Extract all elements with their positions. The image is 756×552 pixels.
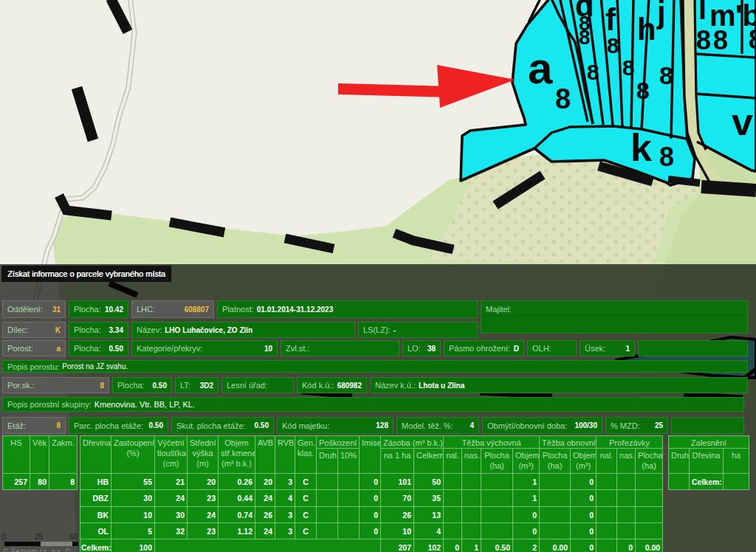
svg-text:h: h: [637, 12, 656, 46]
svg-text:8: 8: [555, 83, 571, 114]
svg-text:8: 8: [713, 25, 728, 55]
svg-text:j: j: [656, 0, 666, 30]
svg-text:8: 8: [622, 55, 635, 80]
svg-text:k: k: [630, 126, 652, 169]
svg-text:8: 8: [607, 33, 619, 58]
svg-text:l: l: [698, 0, 707, 25]
svg-text:8: 8: [749, 24, 756, 55]
svg-text:8: 8: [587, 60, 599, 84]
svg-text:8: 8: [636, 77, 650, 104]
svg-text:a: a: [528, 44, 553, 93]
svg-text:8: 8: [659, 142, 674, 172]
svg-text:8: 8: [696, 25, 711, 55]
svg-text:8: 8: [579, 26, 591, 49]
svg-text:8: 8: [659, 61, 673, 89]
svg-text:f: f: [605, 2, 616, 37]
svg-text:v: v: [732, 100, 753, 143]
